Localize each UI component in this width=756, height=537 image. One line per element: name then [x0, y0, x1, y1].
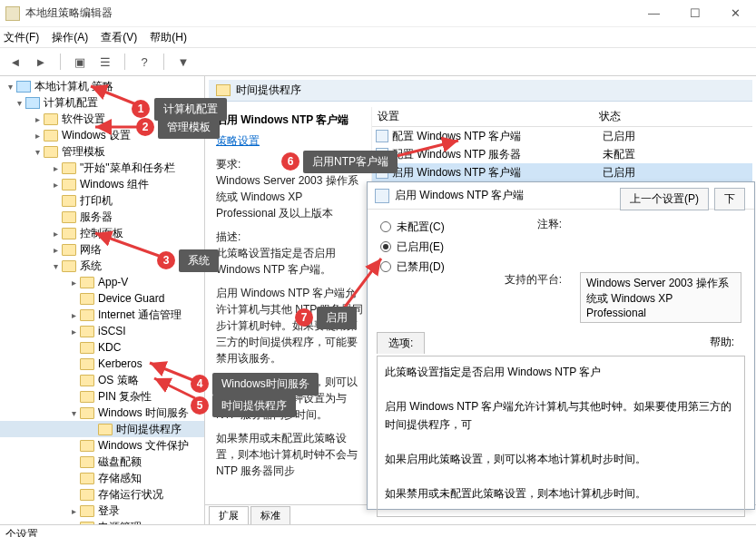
radio-disabled[interactable]: 已禁用(D): [380, 257, 473, 277]
list-row[interactable]: 启用 Windows NTP 客户端已启用: [372, 163, 752, 181]
callout-label-7: 启用: [317, 307, 357, 329]
svg-line-4: [154, 378, 195, 398]
tree-windows-components[interactable]: ▸Windows 组件: [0, 176, 204, 192]
callout-badge-1: 1: [132, 100, 150, 118]
callout-label-2: 管理模板: [158, 116, 220, 139]
arrow-icon: [91, 229, 163, 263]
options-label: 选项:: [377, 332, 425, 354]
app-icon: [5, 6, 20, 21]
tree-power[interactable]: ▸电源管理: [0, 519, 204, 524]
tab-standard[interactable]: 标准: [250, 506, 290, 524]
folder-icon: [216, 84, 231, 96]
callout-badge-6: 6: [281, 152, 299, 171]
window-buttons: — ☐ ✕: [633, 0, 756, 27]
dialog-icon: [375, 189, 389, 203]
svg-line-0: [91, 86, 136, 104]
platform-label: 支持的平台:: [498, 272, 562, 288]
tree-time-providers[interactable]: 时间提供程序: [0, 421, 204, 437]
status-text: 个设置: [5, 527, 38, 537]
tree-internet-comm[interactable]: ▸Internet 通信管理: [0, 307, 204, 323]
close-button[interactable]: ✕: [715, 0, 756, 27]
tree-printers[interactable]: 打印机: [0, 192, 204, 209]
callout-label-3: 系统: [179, 249, 219, 272]
callout-badge-3: 3: [157, 251, 175, 269]
comment-label: 注释:: [498, 217, 562, 232]
back-icon[interactable]: ◄: [5, 52, 25, 72]
policy-heading: 启用 Windows NTP 客户端: [216, 112, 364, 128]
tree-admin-templates[interactable]: ▾管理模板: [0, 143, 204, 160]
callout-badge-2: 2: [136, 118, 154, 136]
toolbar: ◄ ► ▣ ☰ ? ▼: [0, 47, 756, 76]
help-p4: 如果禁用或未配置此策略设置，则本地计算机步时间。: [385, 485, 737, 503]
req-text: Windows Server 2003 操作系统或 Windows XP Pro…: [216, 174, 358, 220]
props-icon[interactable]: ☰: [95, 52, 115, 72]
tree-storage-sense[interactable]: 存储感知: [0, 470, 204, 486]
menu-help[interactable]: 帮助(H): [150, 30, 187, 45]
radio-not-configured[interactable]: 未配置(C): [380, 217, 473, 237]
callout-badge-5: 5: [191, 396, 209, 415]
up-icon[interactable]: ▣: [70, 52, 90, 72]
callout-badge-4: 4: [191, 375, 209, 393]
help-p1: 此策略设置指定是否启用 Windows NTP 客户: [385, 364, 737, 381]
dialog-title: 启用 Windows NTP 客户端: [395, 188, 524, 203]
callout-label-5: 时间提供程序: [212, 395, 296, 417]
edit-policy-link[interactable]: 策略设置: [216, 133, 364, 149]
details-title: 时间提供程序: [236, 83, 301, 98]
svg-line-6: [340, 259, 381, 313]
col-state[interactable]: 状态: [599, 109, 752, 124]
tree-start-taskbar[interactable]: ▸"开始"菜单和任务栏: [0, 160, 204, 176]
menu-view[interactable]: 查看(V): [101, 30, 137, 45]
menu-file[interactable]: 文件(F): [4, 30, 39, 45]
menu-action[interactable]: 操作(A): [52, 30, 88, 45]
callout-badge-7: 7: [295, 308, 313, 327]
filter-icon[interactable]: ▼: [173, 52, 193, 72]
help-panel: 此策略设置指定是否启用 Windows NTP 客户 启用 Windows NT…: [377, 356, 745, 517]
tree-storage-health[interactable]: 存储运行状况: [0, 486, 204, 503]
tab-extended[interactable]: 扩展: [209, 506, 249, 524]
tree-windows-time[interactable]: ▾Windows 时间服务: [0, 405, 204, 421]
tree-kdc[interactable]: KDC: [0, 339, 204, 356]
title-bar: 本地组策略编辑器 — ☐ ✕: [0, 0, 756, 27]
desc-label: 描述:: [216, 230, 241, 243]
req-label: 要求:: [216, 158, 241, 171]
policy-dialog: 启用 Windows NTP 客户端 上一个设置(P) 下 未配置(C) 已启用…: [367, 181, 755, 510]
nav-tree[interactable]: ▾本地计算机 策略 ▾计算机配置 ▸软件设置 ▸Windows 设置 ▾管理模板…: [0, 76, 205, 524]
minimize-button[interactable]: —: [633, 0, 674, 27]
svg-line-2: [95, 233, 159, 256]
forward-icon[interactable]: ►: [31, 52, 51, 72]
radio-enabled[interactable]: 已启用(E): [380, 237, 473, 257]
prev-setting-button[interactable]: 上一个设置(P): [620, 188, 709, 210]
callout-label-4: Windows时间服务: [212, 373, 319, 395]
window-title: 本地组策略编辑器: [25, 5, 113, 21]
menu-bar: 文件(F) 操作(A) 查看(V) 帮助(H): [0, 27, 756, 47]
tree-iscsi[interactable]: ▸iSCSI: [0, 323, 204, 339]
help-p2: 启用 Windows NTP 客户端允许计算机与其他时钟。如果要使用第三方的时间…: [385, 398, 737, 433]
tree-disk-quota[interactable]: 磁盘配额: [0, 454, 204, 470]
tree-appv[interactable]: ▸App-V: [0, 274, 204, 290]
list-header: 设置 状态: [372, 107, 752, 127]
desc-text: 此策略设置指定是否启用 Windows NTP 客户端。: [216, 247, 336, 276]
callout-label-6: 启用NTP客户端: [303, 151, 398, 173]
help-label: 帮助:: [699, 332, 745, 354]
help-p3: 如果启用此策略设置，则可以将本地计算机时步时间。: [385, 451, 737, 468]
tree-servers[interactable]: 服务器: [0, 209, 204, 225]
dialog-titlebar: 启用 Windows NTP 客户端 上一个设置(P) 下: [368, 182, 754, 210]
platform-value: Windows Server 2003 操作系统或 Windows XP Pro…: [580, 272, 741, 323]
tree-file-protection[interactable]: Windows 文件保护: [0, 437, 204, 454]
desc-p3: 如果禁用或未配置此策略设置，则本地计算机时钟不会与 NTP 服务器同步: [216, 430, 364, 479]
col-setting[interactable]: 设置: [372, 109, 599, 124]
next-setting-button[interactable]: 下: [714, 188, 745, 210]
tree-device-guard[interactable]: Device Guard: [0, 290, 204, 307]
maximize-button[interactable]: ☐: [674, 0, 715, 27]
tree-logon[interactable]: ▸登录: [0, 503, 204, 519]
details-header: 时间提供程序: [209, 80, 752, 102]
status-bar: 个设置: [0, 524, 756, 537]
help-icon[interactable]: ?: [134, 52, 154, 72]
